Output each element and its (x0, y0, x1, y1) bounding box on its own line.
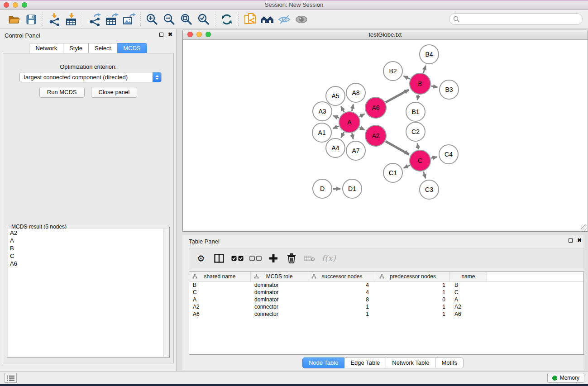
table-row[interactable]: Bdominator41B (189, 281, 583, 289)
show-all-button[interactable] (293, 12, 310, 27)
graph-node-C2[interactable]: C2 (406, 122, 425, 141)
memory-status-button[interactable]: Memory (547, 373, 584, 383)
result-scrollbar[interactable] (163, 229, 168, 357)
close-panel-icon[interactable]: ✖ (168, 32, 172, 37)
edge-C-C2[interactable] (417, 143, 418, 150)
graph-node-A6[interactable]: A6 (365, 97, 386, 118)
graph-node-B[interactable]: B (410, 73, 430, 94)
table-tab-motifs[interactable]: Motifs (435, 357, 464, 368)
delete-columns-button[interactable] (282, 250, 301, 267)
table-cell[interactable]: 1 (376, 281, 450, 289)
edge-A-A4[interactable] (341, 132, 344, 138)
network-from-file-button[interactable] (241, 12, 258, 27)
graph-node-D[interactable]: D (313, 179, 332, 198)
table-cell[interactable]: connector (251, 303, 308, 310)
column-header-name[interactable]: name (450, 272, 487, 281)
graph-node-A2[interactable]: A2 (365, 125, 386, 146)
result-item-a6[interactable]: A6 (8, 260, 168, 267)
table-row[interactable]: A2connector11A2 (189, 303, 583, 310)
tab-mcds[interactable]: MCDS (117, 43, 147, 54)
table-cell[interactable]: dominator (251, 296, 308, 303)
table-cell[interactable]: 1 (308, 303, 376, 310)
optimization-criterion-dropdown[interactable]: largest connected component (directed) (19, 72, 162, 82)
table-cell[interactable]: 4 (308, 281, 376, 289)
table-cell[interactable]: A (189, 296, 251, 303)
table-cell[interactable]: 8 (308, 296, 376, 303)
edge-C-C4[interactable] (431, 157, 437, 158)
select-all-button[interactable] (228, 250, 246, 267)
export-image-button[interactable] (120, 12, 138, 27)
graph-node-C[interactable]: C (410, 150, 430, 171)
hide-selected-button[interactable] (276, 12, 293, 27)
table-cell[interactable]: 1 (376, 303, 450, 310)
network-window-titlebar[interactable]: testGlobe.txt (183, 29, 588, 40)
run-mcds-button[interactable]: Run MCDS (39, 87, 85, 98)
table-cell[interactable]: connector (251, 310, 308, 318)
graph-node-C1[interactable]: C1 (383, 163, 402, 182)
edge-C-C3[interactable] (423, 172, 425, 178)
function-builder-button[interactable]: f(x) (319, 250, 337, 267)
graph-node-C3[interactable]: C3 (420, 180, 439, 199)
table-cell[interactable]: B (450, 281, 487, 289)
destroy-table-button[interactable] (301, 250, 319, 267)
edge-C-C1[interactable] (404, 165, 410, 168)
column-header-predecessor-nodes[interactable]: predecessor nodes (376, 272, 450, 281)
graph-node-A7[interactable]: A7 (346, 141, 365, 160)
add-column-button[interactable] (264, 250, 282, 267)
graph-node-A4[interactable]: A4 (326, 138, 345, 157)
graph-node-B2[interactable]: B2 (383, 62, 402, 81)
table-cell[interactable]: C (189, 289, 251, 296)
graph-node-A1[interactable]: A1 (312, 123, 331, 142)
table-tab-node-table[interactable]: Node Table (302, 357, 345, 368)
graph-node-A[interactable]: A (339, 112, 360, 133)
show-columns-button[interactable] (210, 250, 228, 267)
graph-node-A3[interactable]: A3 (313, 102, 332, 121)
result-item-b[interactable]: B (8, 244, 168, 252)
import-network-button[interactable] (46, 12, 63, 27)
tab-select[interactable]: Select (89, 43, 117, 54)
edge-A-A2[interactable] (359, 127, 364, 130)
edge-B-B4[interactable] (423, 66, 425, 73)
table-tab-network-table[interactable]: Network Table (386, 357, 435, 368)
table-row[interactable]: Adominator80A (189, 296, 583, 303)
edge-B-B2[interactable] (404, 76, 410, 79)
search-field[interactable] (449, 13, 583, 25)
column-header-MCDS-role[interactable]: MCDS role (251, 272, 308, 281)
refresh-button[interactable] (218, 12, 235, 27)
edge-A-A8[interactable] (352, 104, 353, 111)
zoom-in-button[interactable] (143, 12, 161, 27)
edge-A-A3[interactable] (333, 116, 339, 118)
home-button[interactable] (258, 12, 276, 27)
table-cell[interactable]: 1 (376, 289, 450, 296)
edge-A6-B[interactable] (386, 90, 409, 102)
save-session-button[interactable] (23, 12, 40, 27)
table-cell[interactable]: A6 (189, 310, 251, 318)
graph-node-B4[interactable]: B4 (420, 45, 439, 64)
zoom-fit-button[interactable] (178, 12, 195, 27)
table-cell[interactable]: 1 (376, 310, 450, 318)
column-header-shared-name[interactable]: shared name (189, 272, 251, 281)
graph-node-B3[interactable]: B3 (440, 80, 459, 99)
table-cell[interactable]: B (189, 281, 251, 289)
graph-node-B1[interactable]: B1 (406, 102, 425, 121)
zoom-out-button[interactable] (161, 12, 178, 27)
tab-network[interactable]: Network (29, 43, 63, 54)
graph-node-A5[interactable]: A5 (326, 86, 345, 105)
graph-node-A8[interactable]: A8 (346, 83, 365, 102)
table-cell[interactable]: A2 (189, 303, 251, 310)
table-cell[interactable]: 0 (376, 296, 450, 303)
table-row[interactable]: A6connector11A6 (189, 310, 583, 318)
table-options-button[interactable]: ⚙ (192, 250, 210, 267)
edge-A-A6[interactable] (359, 114, 365, 117)
edge-B-B3[interactable] (431, 86, 437, 87)
zoom-selected-button[interactable] (195, 12, 212, 27)
graph-node-D1[interactable]: D1 (343, 179, 362, 198)
task-history-button[interactable] (5, 373, 17, 383)
table-cell[interactable]: A (450, 296, 487, 303)
table-cell[interactable]: A2 (450, 303, 487, 310)
table-cell[interactable]: C (450, 289, 487, 296)
import-table-button[interactable] (63, 12, 80, 27)
result-item-a2[interactable]: A2 (8, 229, 168, 237)
result-item-a[interactable]: A (8, 237, 168, 244)
table-cell[interactable]: dominator (251, 281, 308, 289)
